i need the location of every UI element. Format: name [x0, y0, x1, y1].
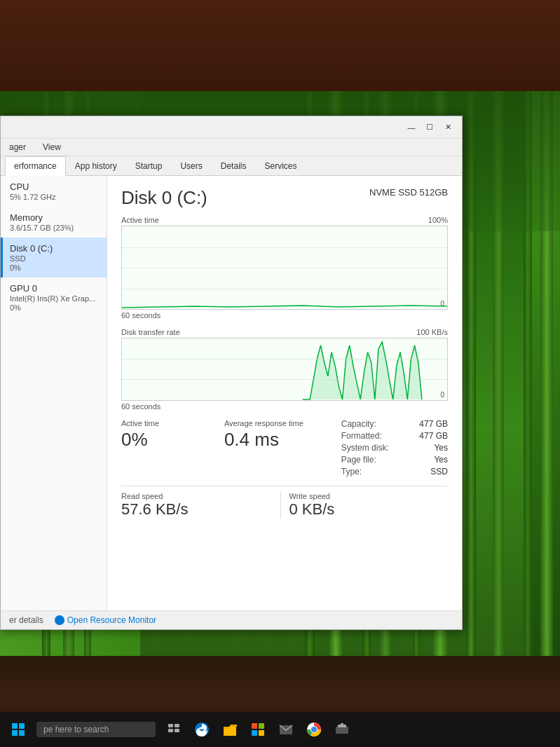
menu-item-view[interactable]: View — [39, 140, 65, 154]
sidebar-disk0-title: Disk 0 (C:) — [10, 243, 100, 254]
active-time-chart-container: Active time 100% 0 60 seconds — [121, 216, 448, 320]
sidebar-disk0-sub2: 0% — [10, 263, 100, 272]
transfer-rate-chart: 0 — [121, 338, 448, 401]
store-button[interactable] — [245, 717, 271, 742]
transfer-rate-chart-container: Disk transfer rate 100 KB/s 0 60 seconds — [121, 328, 448, 411]
close-button[interactable]: ✕ — [439, 121, 456, 135]
formatted-label: Formatted: — [341, 431, 382, 441]
start-button[interactable] — [6, 717, 31, 742]
store-icon — [250, 721, 266, 738]
sidebar-cpu-title: CPU — [10, 181, 100, 192]
sidebar-gpu0-sub1: Intel(R) Iris(R) Xe Grap... — [10, 294, 100, 303]
write-speed-block: Write speed 0 KB/s — [280, 492, 449, 519]
svg-rect-15 — [259, 730, 264, 736]
edge-icon-button[interactable] — [189, 717, 214, 742]
active-time-label: Active time — [121, 419, 210, 427]
edge-icon — [193, 721, 210, 738]
sidebar-disk0-sub1: SSD — [10, 254, 100, 263]
type-value: SSD — [430, 467, 448, 477]
sidebar-memory-sub: 3.6/15.7 GB (23%) — [10, 224, 100, 232]
svg-rect-8 — [175, 729, 179, 732]
read-speed-label: Read speed — [121, 492, 272, 500]
avg-response-value: 0.4 ms — [224, 429, 313, 451]
minimize-button[interactable]: — — [403, 121, 420, 135]
resource-monitor-icon — [55, 615, 64, 625]
menu-item-ager[interactable]: ager — [5, 140, 30, 154]
disk-title: Disk 0 (C:) — [121, 187, 207, 209]
write-speed-value: 0 KB/s — [289, 500, 440, 519]
task-view-button[interactable] — [161, 717, 186, 742]
tabs-bar: erformance App history Startup Users Det… — [1, 156, 462, 176]
chart1-label: Active time 100% — [121, 216, 448, 224]
task-manager-window: — ☐ ✕ ager View erformance App history S… — [0, 116, 463, 630]
mail-button[interactable] — [273, 717, 299, 742]
system-disk-value: Yes — [434, 443, 448, 453]
file-explorer-button[interactable] — [217, 717, 243, 742]
info-type: Type: SSD — [341, 467, 448, 477]
network-icon — [334, 721, 350, 738]
search-placeholder: pe here to search — [43, 725, 109, 734]
svg-rect-5 — [168, 724, 173, 727]
titlebar-buttons: — ☐ ✕ — [403, 121, 456, 135]
windows-icon — [11, 722, 25, 736]
chrome-icon — [306, 721, 322, 738]
sidebar-cpu-sub: 5% 1.72 GHz — [10, 193, 100, 201]
page-file-label: Page file: — [341, 455, 376, 465]
chart2-label: Disk transfer rate 100 KB/s — [121, 328, 448, 336]
svg-rect-22 — [343, 725, 346, 727]
info-page-file: Page file: Yes — [341, 455, 448, 465]
transfer-rate-svg — [122, 338, 447, 400]
active-time-chart: 0 — [121, 226, 448, 310]
sidebar-item-disk0[interactable]: Disk 0 (C:) SSD 0% — [1, 238, 107, 277]
chart2-zero: 0 — [440, 391, 444, 399]
chart2-seconds: 60 seconds — [121, 402, 448, 411]
main-panel: Disk 0 (C:) NVME SSD 512GB Active time 1… — [107, 176, 462, 610]
maximize-button[interactable]: ☐ — [421, 121, 438, 135]
svg-rect-12 — [252, 723, 257, 729]
type-label: Type: — [341, 467, 362, 477]
sidebar: CPU 5% 1.72 GHz Memory 3.6/15.7 GB (23%)… — [1, 176, 107, 610]
page-file-value: Yes — [434, 455, 448, 465]
sidebar-item-memory[interactable]: Memory 3.6/15.7 GB (23%) — [1, 207, 107, 238]
svg-rect-13 — [259, 723, 264, 729]
footer: er details Open Resource Monitor — [1, 610, 462, 629]
svg-rect-7 — [168, 729, 173, 732]
chrome-button[interactable] — [301, 717, 327, 742]
tab-app-history[interactable]: App history — [66, 156, 126, 176]
write-speed-label: Write speed — [289, 492, 440, 500]
network-button[interactable] — [329, 717, 355, 742]
tab-users[interactable]: Users — [171, 156, 211, 176]
tab-startup[interactable]: Startup — [126, 156, 172, 176]
svg-marker-0 — [122, 342, 447, 399]
stats-row: Active time 0% Average response time 0.4… — [121, 419, 448, 479]
system-disk-label: System disk: — [341, 443, 389, 453]
titlebar: — ☐ ✕ — [1, 116, 462, 139]
capacity-value: 477 GB — [419, 419, 448, 429]
sidebar-gpu0-title: GPU 0 — [10, 283, 100, 294]
active-time-value: 0% — [121, 429, 210, 451]
svg-rect-6 — [175, 724, 179, 727]
svg-rect-4 — [19, 730, 25, 736]
svg-rect-11 — [224, 727, 229, 729]
sidebar-item-gpu0[interactable]: GPU 0 Intel(R) Iris(R) Xe Grap... 0% — [1, 277, 107, 317]
info-capacity: Capacity: 477 GB — [341, 419, 448, 429]
active-time-stat: Active time 0% — [121, 419, 210, 451]
taskbar-search[interactable]: pe here to search — [36, 722, 156, 737]
open-resource-monitor-link[interactable]: Open Resource Monitor — [55, 615, 156, 625]
capacity-label: Capacity: — [341, 419, 376, 429]
avg-response-stat: Average response time 0.4 ms — [224, 419, 313, 451]
tab-services[interactable]: Services — [255, 156, 306, 176]
task-view-icon — [167, 722, 181, 736]
taskbar: pe here to search — [0, 712, 560, 747]
svg-rect-1 — [12, 723, 18, 729]
tab-details[interactable]: Details — [212, 156, 256, 176]
sidebar-item-cpu[interactable]: CPU 5% 1.72 GHz — [1, 176, 107, 207]
disk-header: Disk 0 (C:) NVME SSD 512GB — [121, 187, 448, 209]
svg-point-18 — [311, 727, 317, 732]
sidebar-gpu0-sub2: 0% — [10, 303, 100, 312]
grid-line — [122, 379, 447, 380]
bg-top — [0, 0, 560, 91]
tab-performance[interactable]: erformance — [5, 156, 66, 176]
formatted-value: 477 GB — [419, 431, 448, 441]
disk-model: NVME SSD 512GB — [369, 187, 448, 198]
